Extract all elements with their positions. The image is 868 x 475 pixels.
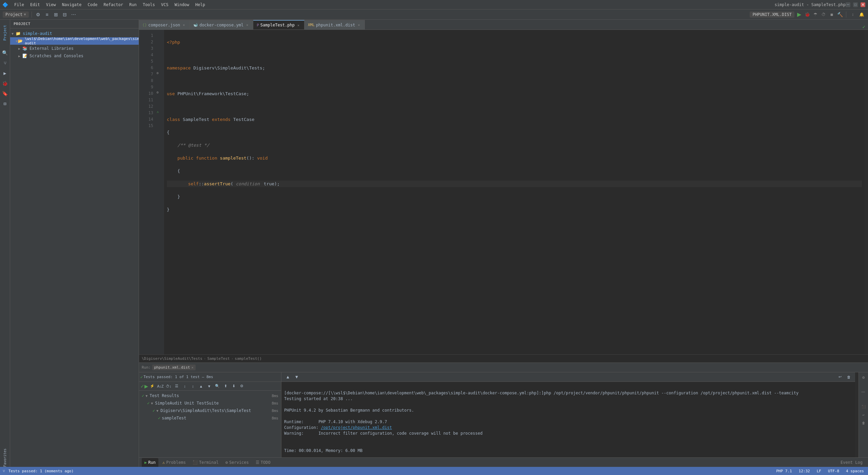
window-action-buttons: ─ □ ✕ [846,2,865,7]
tab-composer-json[interactable]: {} composer.json ✕ [139,20,190,29]
output-right-icon-2[interactable]: | [861,382,866,402]
filter-passed-button[interactable]: ☰ [173,383,180,390]
menu-vcs[interactable]: VCS [158,2,171,8]
coverage-button[interactable]: ☂ [812,11,819,18]
menu-window[interactable]: Window [172,2,192,8]
align-icon[interactable]: ≡ [43,11,51,18]
gutter-icon-line10[interactable]: ⚙ [157,90,159,94]
run-tree-class[interactable]: ✓ Digiserv\SimpleAudit\Tests\SampleTest … [139,407,281,414]
run-button[interactable]: ▶ [796,11,803,18]
menu-navigate[interactable]: Navigate [59,2,84,8]
stop-button[interactable]: ■ [828,11,835,18]
menu-refactor[interactable]: Refactor [101,2,126,8]
debug-button[interactable]: 🐞 [804,11,811,18]
expand-button[interactable]: ↕ [181,383,189,390]
menu-edit[interactable]: Edit [27,2,43,8]
tree-item-root[interactable]: 📁 simple-audit [10,30,139,37]
run-tree-test[interactable]: ✓ sampleTest 8ms [139,414,281,422]
run-tab-name[interactable]: phpunit.xml.dist ✕ [152,365,196,370]
editor-scrollbar[interactable] [865,30,868,354]
project-panel-title: Project [14,22,31,26]
menu-run[interactable]: Run [126,2,139,8]
vcs-icon[interactable]: ↕ [849,11,856,18]
config-link[interactable]: /opt/project/phpunit.xml.dist [321,425,392,430]
event-log-link[interactable]: Event Log [838,458,865,467]
structure-sidebar-icon[interactable]: ⊟ [0,99,10,108]
profile-button[interactable]: ⏱ [820,11,827,18]
tab-close-phpunit[interactable]: ✕ [356,23,361,27]
debug-sidebar-icon[interactable]: 🐞 [0,79,10,88]
output-right-icon-3[interactable]: ⬛ [860,403,867,410]
next-fail-button[interactable]: ▼ [205,383,213,390]
output-right-icon-5[interactable]: 🗑 [860,419,867,427]
git-icon[interactable]: ⑂ [0,58,10,68]
tab-sample-test[interactable]: P SampleTest.php ✕ [253,20,304,29]
tab-close-composer[interactable]: ✕ [181,23,186,27]
menu-tools[interactable]: Tools [140,2,158,8]
clear-output-button[interactable]: 🗑 [845,373,852,381]
editor-container[interactable]: 1 2 3 4 5 6 7 8 9 10 11 12 13 14 15 ⚙ ⚙ [139,30,868,354]
sort-duration-button[interactable]: ⏱↕ [165,383,172,390]
structure-icon[interactable]: ⊟ [61,11,68,18]
status-time[interactable]: 12:32 [797,469,811,473]
output-right-icon-1[interactable]: ⚙ [860,374,867,381]
search-test-button[interactable]: 🔍 [214,383,221,390]
columns-icon[interactable]: ⊞ [52,11,60,18]
run-config-selector[interactable]: PHPUNIT.XML.DIST [750,12,794,18]
search-icon[interactable]: 🔍 [0,48,10,58]
scroll-down-output[interactable]: ▼ [293,373,300,381]
run-tab-close-icon[interactable]: ✕ [191,366,193,369]
menu-view[interactable]: View [43,2,59,8]
rerun-button[interactable]: ✓▶ [140,383,148,390]
nav-problems[interactable]: ⚠ Problems [160,458,189,467]
tree-item-scratches[interactable]: 📝 Scratches and Consoles [10,52,139,60]
gutter-icon-line7[interactable]: ⚙ [157,71,159,75]
nav-run[interactable]: ▶ Run [142,458,158,467]
status-indent[interactable]: 4 spaces [845,469,865,473]
status-php-version[interactable]: PHP 7.1 [775,469,793,473]
bookmark-icon[interactable]: 🔖 [0,89,10,98]
build-button[interactable]: 🔨 [836,11,843,18]
notifications-icon[interactable]: 🔔 [858,11,865,18]
nav-todo[interactable]: ☰ TODO [253,458,273,467]
collapse-button[interactable]: ↕ [189,383,197,390]
settings-run-button[interactable]: ⚙ [238,383,245,390]
close-button[interactable]: ✕ [861,2,865,7]
sort-az-button[interactable]: A↕Z [157,383,164,390]
tab-close-docker[interactable]: ✕ [245,23,250,27]
tab-label-sample-test: SampleTest.php [260,23,295,27]
status-tests-passed[interactable]: Tests passed: 1 (moments ago) [7,469,75,473]
project-selector[interactable]: Project ▼ [3,12,29,18]
rerun-failed-button[interactable]: ⚡ [149,383,156,390]
run-tree-suite[interactable]: ✓ SimpleAudit Unit TestSuite 8ms [139,399,281,407]
export-button[interactable]: ⬆ [222,383,229,390]
run-tree-root[interactable]: ✓ Test Results 8ms [139,392,281,399]
prev-fail-button[interactable]: ▲ [197,383,205,390]
scroll-up-output[interactable]: ▲ [284,373,292,381]
project-icon[interactable]: Project [1,21,8,45]
more-icon[interactable]: ⋯ [70,11,77,18]
gutter-icon-line13[interactable]: ⚠ [157,110,159,113]
tab-docker-compose[interactable]: 🐋 docker-compose.yml ✕ [190,20,253,29]
tree-item-root-path[interactable]: 📂 \wsl$\Debian\home\ian\development\web\… [10,37,139,45]
import-button[interactable]: ⬇ [230,383,237,390]
settings-icon[interactable]: ⚙ [35,11,42,18]
menu-file[interactable]: File [12,2,27,8]
tree-item-external-libs[interactable]: 📚 External Libraries [10,45,139,52]
maximize-button[interactable]: □ [853,2,858,7]
editor-code[interactable]: <?php namespace Digiserv\SimpleAudit\Tes… [164,30,865,354]
status-encoding[interactable]: UTF-8 [827,469,841,473]
nav-services[interactable]: ⚙ Services [223,458,252,467]
nav-terminal[interactable]: ⬛ Terminal [190,458,221,467]
minimize-button[interactable]: ─ [846,2,850,7]
notifications-sidebar-icon[interactable]: Favorites [2,449,7,466]
status-line-ending[interactable]: LF [815,469,823,473]
tab-phpunit-xml[interactable]: XML phpunit.xml.dist ✕ [304,20,365,29]
wrap-output-button[interactable]: ↩ [836,373,844,381]
output-right-scrollbar[interactable] [855,372,859,457]
menu-code[interactable]: Code [85,2,100,8]
menu-help[interactable]: Help [193,2,208,8]
output-right-icon-4[interactable]: ↩ [860,411,867,418]
run-sidebar-icon[interactable]: ▶ [0,68,10,78]
tab-close-sample-test[interactable]: ✕ [296,23,301,27]
